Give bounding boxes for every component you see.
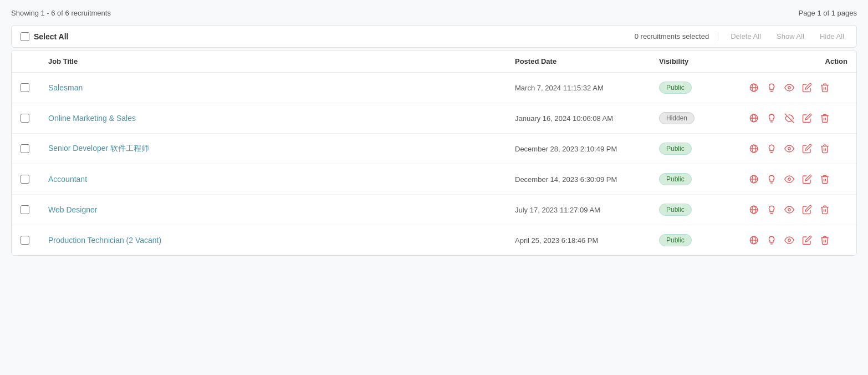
delete-icon[interactable]: [819, 82, 831, 94]
delete-all-button[interactable]: Delete All: [727, 31, 764, 42]
selected-count: 0 recruitments selected: [635, 32, 718, 40]
row-check-col: [21, 175, 48, 184]
row-job-title[interactable]: Senior Developer 软件工程师: [48, 144, 515, 154]
row-posted-date: March 7, 2024 11:15:32 AM: [515, 84, 659, 92]
row-posted-date: July 17, 2023 11:27:09 AM: [515, 206, 659, 214]
row-actions: [748, 234, 847, 246]
delete-icon[interactable]: [819, 204, 831, 216]
lightbulb-icon[interactable]: [765, 143, 778, 155]
row-job-title[interactable]: Accountant: [48, 175, 515, 184]
delete-icon[interactable]: [819, 143, 831, 155]
row-visibility: Public: [659, 143, 748, 155]
lightbulb-icon[interactable]: [765, 82, 778, 94]
row-actions: [748, 204, 847, 216]
lightbulb-icon[interactable]: [765, 234, 778, 246]
row-checkbox-0[interactable]: [21, 83, 29, 92]
job-title-link[interactable]: Accountant: [48, 175, 87, 184]
eye-off-icon[interactable]: [783, 112, 795, 124]
visibility-badge: Public: [659, 82, 692, 94]
row-job-title[interactable]: Production Technician (2 Vacant): [48, 236, 515, 245]
job-title-link[interactable]: Senior Developer 软件工程师: [48, 144, 149, 153]
lightbulb-icon[interactable]: [765, 173, 778, 185]
row-job-title[interactable]: Web Designer: [48, 205, 515, 214]
row-actions: [748, 143, 847, 155]
row-check-col: [21, 205, 48, 214]
hide-all-button[interactable]: Hide All: [816, 31, 847, 42]
table-row: SalesmanMarch 7, 2024 11:15:32 AMPublic: [12, 73, 856, 103]
globe-icon[interactable]: [748, 204, 760, 216]
header-visibility: Visibility: [659, 57, 748, 65]
table-row: Online Marketing & SalesJanuary 16, 2024…: [12, 103, 856, 134]
header-job-title: Job Title: [48, 57, 515, 65]
select-all-checkbox[interactable]: [21, 32, 29, 41]
svg-point-14: [788, 178, 791, 181]
job-title-link[interactable]: Production Technician (2 Vacant): [48, 236, 161, 245]
row-check-col: [21, 236, 48, 245]
eye-icon[interactable]: [783, 234, 795, 246]
edit-icon[interactable]: [801, 173, 813, 185]
row-checkbox-5[interactable]: [21, 236, 29, 245]
job-title-link[interactable]: Salesman: [48, 83, 83, 92]
delete-icon[interactable]: [819, 173, 831, 185]
row-posted-date: December 14, 2023 6:30:09 PM: [515, 175, 659, 184]
row-actions: [748, 112, 847, 124]
edit-icon[interactable]: [801, 82, 813, 94]
row-actions: [748, 82, 847, 94]
select-all-text: Select All: [34, 32, 69, 41]
show-all-button[interactable]: Show All: [773, 31, 808, 42]
edit-icon[interactable]: [801, 234, 813, 246]
header-action: Action: [748, 57, 847, 65]
row-check-col: [21, 144, 48, 153]
row-job-title[interactable]: Online Marketing & Sales: [48, 114, 515, 123]
table-row: Production Technician (2 Vacant)April 25…: [12, 225, 856, 255]
eye-icon[interactable]: [783, 173, 795, 185]
select-all-label[interactable]: Select All: [21, 32, 635, 41]
globe-icon[interactable]: [748, 143, 760, 155]
row-checkbox-4[interactable]: [21, 205, 29, 214]
lightbulb-icon[interactable]: [765, 204, 778, 216]
globe-icon[interactable]: [748, 234, 760, 246]
globe-icon[interactable]: [748, 173, 760, 185]
edit-icon[interactable]: [801, 112, 813, 124]
row-visibility: Public: [659, 204, 748, 216]
page-text: Page 1 of 1 pages: [798, 9, 857, 17]
header-check: [21, 57, 48, 65]
row-checkbox-1[interactable]: [21, 114, 29, 123]
row-job-title[interactable]: Salesman: [48, 83, 515, 92]
delete-icon[interactable]: [819, 112, 831, 124]
header-posted-date: Posted Date: [515, 57, 659, 65]
row-visibility: Public: [659, 82, 748, 94]
recruitments-table: Job Title Posted Date Visibility Action …: [11, 50, 857, 256]
edit-icon[interactable]: [801, 143, 813, 155]
globe-icon[interactable]: [748, 112, 760, 124]
toolbar: Select All 0 recruitments selected Delet…: [11, 25, 857, 48]
visibility-badge: Public: [659, 143, 692, 155]
svg-point-10: [788, 148, 791, 150]
svg-point-18: [788, 209, 791, 211]
visibility-badge: Hidden: [659, 112, 695, 124]
visibility-badge: Public: [659, 204, 692, 216]
row-posted-date: January 16, 2024 10:06:08 AM: [515, 114, 659, 123]
delete-icon[interactable]: [819, 234, 831, 246]
eye-icon[interactable]: [783, 204, 795, 216]
job-title-link[interactable]: Web Designer: [48, 205, 97, 214]
row-visibility: Hidden: [659, 112, 748, 124]
row-posted-date: April 25, 2023 6:18:46 PM: [515, 236, 659, 245]
row-check-col: [21, 114, 48, 123]
showing-text: Showing 1 - 6 of 6 recruitments: [11, 9, 111, 17]
row-checkbox-3[interactable]: [21, 175, 29, 184]
row-visibility: Public: [659, 173, 748, 185]
lightbulb-icon[interactable]: [765, 112, 778, 124]
toolbar-right: 0 recruitments selected Delete All Show …: [635, 31, 847, 42]
table-row: AccountantDecember 14, 2023 6:30:09 PMPu…: [12, 164, 856, 195]
eye-icon[interactable]: [783, 82, 795, 94]
job-title-link[interactable]: Online Marketing & Sales: [48, 114, 136, 123]
visibility-badge: Public: [659, 234, 692, 246]
eye-icon[interactable]: [783, 143, 795, 155]
row-visibility: Public: [659, 234, 748, 246]
edit-icon[interactable]: [801, 204, 813, 216]
table-header: Job Title Posted Date Visibility Action: [12, 50, 856, 73]
globe-icon[interactable]: [748, 82, 760, 94]
svg-point-22: [788, 239, 791, 242]
row-checkbox-2[interactable]: [21, 144, 29, 153]
